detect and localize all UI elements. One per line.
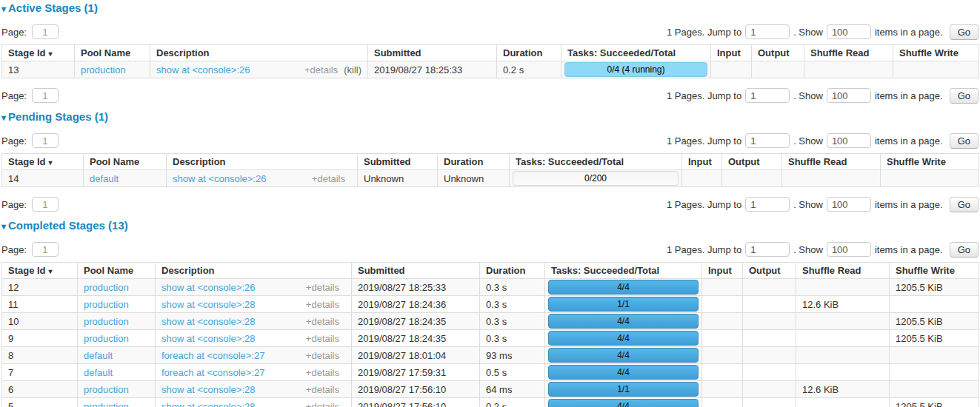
page-number-input[interactable] xyxy=(32,242,59,257)
description-link[interactable]: foreach at <console>:27 xyxy=(161,350,265,361)
col-stage-id[interactable]: Stage Id▾ xyxy=(2,154,84,170)
col-duration[interactable]: Duration xyxy=(497,45,561,61)
details-toggle[interactable]: +details xyxy=(304,64,338,75)
col-duration[interactable]: Duration xyxy=(480,263,545,279)
details-toggle[interactable]: +details xyxy=(306,384,339,395)
description-link[interactable]: foreach at <console>:27 xyxy=(161,367,265,378)
jump-to-input[interactable] xyxy=(745,88,790,103)
col-tasks[interactable]: Tasks: Succeeded/Total xyxy=(561,45,711,61)
col-tasks[interactable]: Tasks: Succeeded/Total xyxy=(545,263,702,279)
col-shuffle-read[interactable]: Shuffle Read xyxy=(796,263,890,279)
page-number-input[interactable] xyxy=(32,88,59,103)
col-description[interactable]: Description xyxy=(156,263,352,279)
show-count-input[interactable] xyxy=(827,88,871,103)
details-toggle[interactable]: +details xyxy=(306,316,339,327)
col-output[interactable]: Output xyxy=(743,263,796,279)
show-count-input[interactable] xyxy=(827,242,871,257)
col-submitted[interactable]: Submitted xyxy=(358,154,438,170)
col-shuffle-write[interactable]: Shuffle Write xyxy=(881,154,979,170)
go-button[interactable]: Go xyxy=(950,133,979,149)
go-button[interactable]: Go xyxy=(950,242,979,258)
col-stage-id[interactable]: Stage Id▾ xyxy=(2,45,75,61)
go-button[interactable]: Go xyxy=(950,24,979,40)
table-row: 8 default foreach at <console>:27 +detai… xyxy=(2,347,979,364)
page-number-input[interactable] xyxy=(32,133,59,148)
col-pool-name[interactable]: Pool Name xyxy=(78,263,156,279)
details-toggle[interactable]: +details xyxy=(306,333,339,344)
col-input[interactable]: Input xyxy=(711,45,752,61)
pool-name-link[interactable]: production xyxy=(84,299,129,310)
jump-to-input[interactable] xyxy=(745,242,790,257)
details-toggle[interactable]: +details xyxy=(306,367,339,378)
page-number-input[interactable] xyxy=(32,197,59,212)
description-actions: +details xyxy=(306,282,345,293)
input-cell xyxy=(702,347,743,364)
col-description[interactable]: Description xyxy=(167,154,358,170)
details-toggle[interactable]: +details xyxy=(306,350,339,361)
description-actions: +details xyxy=(306,401,345,407)
col-shuffle-read[interactable]: Shuffle Read xyxy=(782,154,881,170)
details-toggle[interactable]: +details xyxy=(306,299,339,310)
col-shuffle-write[interactable]: Shuffle Write xyxy=(890,263,979,279)
description-link[interactable]: show at <console>:28 xyxy=(161,299,255,310)
col-submitted[interactable]: Submitted xyxy=(368,45,497,61)
duration-cell: 0.3 s xyxy=(480,313,545,330)
shuffle-read-cell xyxy=(796,279,890,296)
shuffle-read-cell: 12.6 KiB xyxy=(796,381,890,398)
pending-stages-heading[interactable]: ▾Pending Stages (1) xyxy=(1,111,979,124)
jump-to-input[interactable] xyxy=(745,197,790,212)
shuffle-read-cell xyxy=(804,61,893,78)
description-link[interactable]: show at <console>:28 xyxy=(161,384,255,395)
pool-name-link[interactable]: production xyxy=(84,384,129,395)
pool-name-link[interactable]: production xyxy=(84,333,129,344)
show-count-input[interactable] xyxy=(827,24,871,39)
description-link[interactable]: show at <console>:28 xyxy=(161,401,255,407)
go-button[interactable]: Go xyxy=(950,88,979,104)
col-stage-id[interactable]: Stage Id▾ xyxy=(2,263,78,279)
completed-stages-heading[interactable]: ▾Completed Stages (13) xyxy=(1,220,979,232)
pool-name-link[interactable]: production xyxy=(84,401,129,407)
input-cell xyxy=(711,61,752,78)
description-link[interactable]: show at <console>:26 xyxy=(173,173,266,184)
col-output[interactable]: Output xyxy=(722,154,782,170)
description-link[interactable]: show at <console>:26 xyxy=(156,64,250,75)
pool-name-link[interactable]: default xyxy=(90,173,119,184)
details-toggle[interactable]: +details xyxy=(306,282,339,293)
col-shuffle-read[interactable]: Shuffle Read xyxy=(804,45,893,61)
input-cell xyxy=(702,364,743,381)
tasks-progress-bar: 1/1 xyxy=(548,297,699,312)
col-output[interactable]: Output xyxy=(752,45,804,61)
go-button[interactable]: Go xyxy=(950,197,979,212)
details-toggle[interactable]: +details xyxy=(312,173,345,184)
col-pool-name[interactable]: Pool Name xyxy=(75,45,150,61)
description-link[interactable]: show at <console>:28 xyxy=(161,333,255,344)
pagination-controls: 1 Pages. Jump to . Show items in a page.… xyxy=(667,24,979,40)
tasks-progress-bar: 0/200 xyxy=(513,171,679,186)
col-input[interactable]: Input xyxy=(702,263,743,279)
col-tasks[interactable]: Tasks: Succeeded/Total xyxy=(510,154,682,170)
pool-name-link[interactable]: production xyxy=(81,64,126,75)
col-shuffle-write[interactable]: Shuffle Write xyxy=(893,45,979,61)
col-description[interactable]: Description xyxy=(150,45,368,61)
col-input[interactable]: Input xyxy=(682,154,722,170)
pool-name-link[interactable]: production xyxy=(84,282,129,293)
kill-link[interactable]: (kill) xyxy=(344,64,361,75)
col-duration[interactable]: Duration xyxy=(438,154,510,170)
page-number-input[interactable] xyxy=(32,24,59,39)
show-count-input[interactable] xyxy=(827,197,871,212)
sort-desc-icon: ▾ xyxy=(49,158,53,166)
col-pool-name[interactable]: Pool Name xyxy=(84,154,167,170)
description-cell: foreach at <console>:27 +details xyxy=(156,347,352,364)
active-stages-heading[interactable]: ▾Active Stages (1) xyxy=(1,2,979,15)
details-toggle[interactable]: +details xyxy=(306,401,339,407)
jump-to-input[interactable] xyxy=(745,133,790,148)
description-link[interactable]: show at <console>:28 xyxy=(161,316,255,327)
pool-name-link[interactable]: default xyxy=(84,367,113,378)
tasks-progress-label: 1/1 xyxy=(617,384,630,394)
col-submitted[interactable]: Submitted xyxy=(352,263,480,279)
description-link[interactable]: show at <console>:26 xyxy=(161,282,255,293)
pool-name-link[interactable]: production xyxy=(84,316,129,327)
pool-name-link[interactable]: default xyxy=(84,350,113,361)
show-count-input[interactable] xyxy=(827,133,871,148)
jump-to-input[interactable] xyxy=(745,24,790,39)
